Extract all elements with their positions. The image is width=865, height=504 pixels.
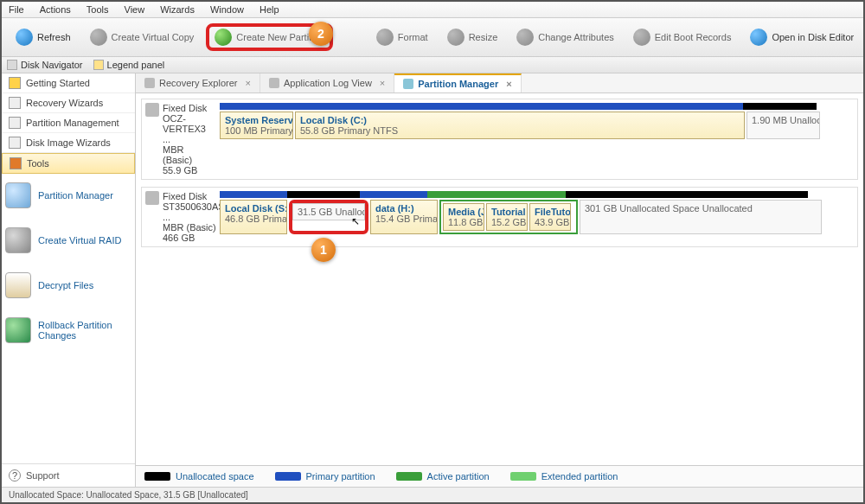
tab-recovery-explorer[interactable]: Recovery Explorer×: [136, 73, 260, 93]
partition[interactable]: Local Disk (S:)46.8 GB Primary Un: [220, 200, 287, 234]
tool-create-virtual-raid[interactable]: Create Virtual RAID: [5, 227, 131, 253]
legend-icon: [93, 60, 104, 70]
resize-icon: [447, 29, 465, 46]
close-icon[interactable]: ×: [245, 78, 250, 88]
tab-icon: [403, 79, 413, 89]
format-button[interactable]: Format: [369, 25, 435, 49]
status-bar: Unallocated Space: Unallocated Space, 31…: [2, 487, 863, 502]
change-attributes-button[interactable]: Change Attributes: [509, 25, 620, 49]
legend-extended: Extended partition: [510, 471, 618, 482]
boot-icon: [633, 29, 650, 46]
menu-file[interactable]: File: [9, 4, 24, 15]
tab-partition-manager[interactable]: Partition Manager×: [394, 73, 521, 93]
pie-icon: [5, 182, 31, 208]
legend-unallocated: Unallocated space: [144, 471, 254, 482]
extended-partition[interactable]: Media (J:)11.8 GB LoTutorial 215.2 GB Lo…: [439, 200, 578, 234]
tab-icon: [144, 78, 155, 88]
open-disk-editor-button[interactable]: Open in Disk Editor: [743, 25, 861, 49]
partition-icon: [9, 117, 21, 129]
refresh-icon: [16, 29, 33, 46]
close-icon[interactable]: ×: [506, 79, 511, 89]
sidebar-support[interactable]: ?Support: [2, 463, 135, 487]
logical-partition[interactable]: Tutorial 215.2 GB Lo: [486, 203, 528, 231]
tool-partition-manager[interactable]: Partition Manager: [5, 182, 131, 208]
attributes-icon: [516, 29, 534, 46]
cursor-icon: ↖: [351, 215, 360, 227]
partition[interactable]: Local Disk (C:)55.8 GB Primary NTFS: [295, 112, 745, 139]
panel-icon: [7, 60, 17, 70]
menubar: File Actions Tools View Wizards Window H…: [2, 2, 863, 18]
disk-info: Fixed DiskOCZ-VERTEX3 ...MBR (Basic)55.9…: [145, 103, 215, 175]
help-icon: ?: [9, 469, 21, 482]
legend-primary: Primary partition: [275, 471, 375, 482]
tab-icon: [269, 78, 279, 88]
menu-help[interactable]: Help: [260, 4, 279, 15]
menu-view[interactable]: View: [125, 4, 145, 15]
legend-panel-toggle[interactable]: Legend panel: [93, 60, 165, 70]
menu-tools[interactable]: Tools: [86, 4, 109, 15]
wizard-icon: [9, 97, 21, 109]
disk-row: Fixed DiskOCZ-VERTEX3 ...MBR (Basic)55.9…: [141, 99, 858, 180]
lock-icon: [5, 272, 31, 298]
unallocated-space[interactable]: 301 GB Unallocated Space Unallocated: [580, 200, 822, 234]
tab-application-log[interactable]: Application Log View×: [260, 73, 394, 93]
disk-row: Fixed DiskST3500630AS ...MBR (Basic)466 …: [141, 187, 858, 247]
sidebar-partition-management[interactable]: Partition Management: [2, 113, 135, 133]
panel-bar: Disk Navigator Legend panel: [2, 57, 863, 73]
legend: Unallocated space Primary partition Acti…: [136, 465, 863, 487]
image-icon: [9, 137, 21, 149]
disk-icon: [90, 29, 107, 46]
logical-partition[interactable]: Media (J:)11.8 GB Lo: [443, 203, 484, 231]
tool-rollback-partition-changes[interactable]: Rollback Partition Changes: [5, 317, 131, 343]
tools-icon: [10, 157, 22, 169]
menu-window[interactable]: Window: [210, 4, 244, 15]
toolbar: Refresh Create Virtual Copy Create New P…: [2, 18, 863, 57]
rollback-icon: [5, 317, 31, 343]
sidebar-getting-started[interactable]: Getting Started: [2, 73, 135, 93]
tab-bar: Recovery Explorer× Application Log View×…: [136, 73, 863, 93]
logical-partition[interactable]: FileTutoria43.9 GB Lo: [529, 203, 571, 231]
create-virtual-copy-button[interactable]: Create Virtual Copy: [83, 25, 202, 49]
legend-active: Active partition: [396, 471, 490, 482]
close-icon[interactable]: ×: [380, 78, 385, 88]
annotation-badge-2: 2: [309, 22, 333, 46]
editor-icon: [750, 29, 767, 46]
disk-icon: [145, 191, 159, 205]
tool-decrypt-files[interactable]: Decrypt Files: [5, 272, 131, 298]
highlighted-unallocated[interactable]: 31.5 GB Unallocated↖: [289, 200, 368, 234]
disk-navigator-toggle[interactable]: Disk Navigator: [7, 60, 83, 70]
disk-area: Fixed DiskOCZ-VERTEX3 ...MBR (Basic)55.9…: [136, 93, 863, 465]
refresh-button[interactable]: Refresh: [9, 25, 78, 49]
disk-info: Fixed DiskST3500630AS ...MBR (Basic)466 …: [145, 191, 215, 243]
sidebar-disk-image-wizards[interactable]: Disk Image Wizards: [2, 133, 135, 153]
sidebar: Getting Started Recovery Wizards Partiti…: [2, 73, 136, 487]
sidebar-tools[interactable]: Tools: [2, 153, 135, 174]
format-icon: [376, 29, 394, 46]
edit-boot-records-button[interactable]: Edit Boot Records: [626, 25, 739, 49]
disk-icon: [145, 103, 159, 117]
raid-icon: [5, 227, 31, 253]
annotation-badge-1: 1: [311, 238, 336, 262]
menu-wizards[interactable]: Wizards: [160, 4, 195, 15]
partition[interactable]: data (H:)15.4 GB Primary NT: [370, 200, 438, 234]
resize-button[interactable]: Resize: [440, 25, 505, 49]
unallocated-space[interactable]: 1.90 MB Unallocated: [746, 112, 820, 139]
partition[interactable]: System Reserved100 MB Primary NTFS: [220, 112, 293, 139]
star-icon: [9, 77, 21, 89]
sidebar-recovery-wizards[interactable]: Recovery Wizards: [2, 93, 135, 113]
partition-add-icon: [215, 29, 232, 46]
menu-actions[interactable]: Actions: [40, 4, 71, 15]
